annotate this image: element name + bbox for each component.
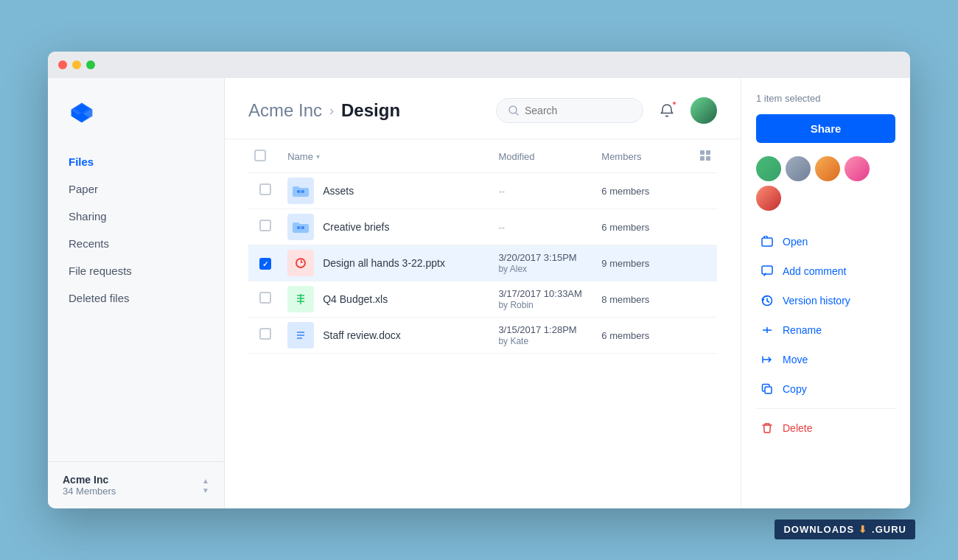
- watermark-text: DOWNLOADS: [783, 524, 854, 535]
- table-row: Design all hands 3-22.pptx 3/20/2017 3:1…: [248, 245, 717, 281]
- file-name-text: Staff review.docx: [323, 329, 401, 341]
- sidebar-footer: Acme Inc 34 Members ▲ ▼: [48, 461, 224, 508]
- svg-rect-8: [706, 156, 710, 161]
- notification-dot: [671, 100, 677, 106]
- file-name-cell: Q4 Budget.xls: [287, 286, 486, 312]
- team-name: Acme Inc: [63, 474, 116, 486]
- move-action[interactable]: Move: [756, 346, 895, 373]
- svg-point-11: [299, 190, 302, 193]
- select-all-header[interactable]: [248, 139, 282, 173]
- sort-arrow-icon: ▾: [316, 153, 320, 161]
- sidebar-navigation: Files Paper Sharing Recents File request…: [48, 149, 224, 461]
- svg-line-4: [516, 113, 518, 115]
- modified-cell: --: [492, 209, 595, 245]
- svg-rect-26: [762, 238, 772, 246]
- members-cell: 6 members: [595, 173, 679, 209]
- close-button[interactable]: [58, 60, 67, 69]
- modified-column-header: Modified: [492, 139, 595, 173]
- copy-icon: [761, 382, 774, 396]
- svg-rect-31: [765, 387, 772, 393]
- dropbox-logo-icon: [69, 99, 95, 125]
- notification-button[interactable]: [654, 97, 680, 124]
- comment-icon: [761, 265, 774, 278]
- modified-cell: 3/15/2017 1:28PM by Kate: [492, 318, 595, 354]
- sidebar-item-sharing[interactable]: Sharing: [60, 203, 212, 229]
- rename-icon: [761, 323, 774, 337]
- members-cell: 6 members: [595, 209, 679, 245]
- file-name-cell: Assets: [287, 178, 486, 204]
- breadcrumb-current: Design: [341, 100, 400, 121]
- watermark-suffix: .GURU: [872, 524, 906, 535]
- share-button[interactable]: Share: [756, 114, 895, 143]
- action-list: Open Add comment: [756, 228, 895, 441]
- version-history-action[interactable]: Version history: [756, 287, 895, 314]
- open-action[interactable]: Open: [756, 228, 895, 255]
- file-table-container: Name ▾ Modified Members: [225, 139, 741, 508]
- grid-view-icon[interactable]: [680, 139, 717, 173]
- header-right: [496, 97, 717, 124]
- avatar: [786, 156, 811, 181]
- delete-icon: [761, 421, 774, 435]
- copy-action[interactable]: Copy: [756, 376, 895, 402]
- file-name-cell: Staff review.docx: [287, 322, 486, 349]
- maximize-button[interactable]: [86, 60, 95, 69]
- chevron-updown-icon[interactable]: ▲ ▼: [202, 477, 209, 494]
- sidebar-footer-info: Acme Inc 34 Members: [63, 474, 116, 497]
- members-cell: 9 members: [595, 245, 679, 281]
- sidebar-item-file-requests[interactable]: File requests: [60, 258, 212, 284]
- xlsx-icon: [287, 286, 314, 312]
- breadcrumb: Acme Inc › Design: [248, 100, 400, 121]
- row-checkbox-staff-review[interactable]: [259, 328, 271, 340]
- name-sort-button[interactable]: Name ▾: [287, 151, 320, 162]
- row-checkbox-creative-briefs[interactable]: [259, 220, 271, 231]
- avatar: [756, 156, 781, 181]
- folder-shared-icon: [287, 178, 314, 204]
- watermark-icon: ⬇: [859, 524, 867, 535]
- file-name-text: Creative briefs: [323, 221, 389, 233]
- svg-rect-27: [762, 266, 772, 274]
- table-header-row: Name ▾ Modified Members: [248, 139, 717, 173]
- table-row: Assets -- 6 members: [248, 173, 717, 209]
- avatar: [756, 186, 781, 211]
- main-content: Acme Inc › Design: [225, 78, 741, 508]
- rename-action[interactable]: Rename: [756, 317, 895, 343]
- members-cell: 6 members: [595, 318, 679, 354]
- main-header: Acme Inc › Design: [225, 78, 741, 139]
- search-bar[interactable]: [496, 98, 643, 123]
- minimize-button[interactable]: [72, 60, 81, 69]
- add-comment-action[interactable]: Add comment: [756, 258, 895, 284]
- sidebar-logo: [48, 99, 224, 149]
- right-panel: 1 item selected Share: [741, 78, 910, 508]
- search-input[interactable]: [525, 105, 631, 116]
- svg-rect-5: [700, 150, 704, 155]
- member-avatars: [756, 156, 895, 211]
- history-icon: [761, 294, 774, 307]
- breadcrumb-separator: ›: [329, 103, 334, 119]
- file-name-text: Assets: [323, 185, 354, 197]
- sidebar-item-recents[interactable]: Recents: [60, 231, 212, 256]
- move-icon: [761, 353, 774, 366]
- table-row: Q4 Budget.xls 3/17/2017 10:33AM by Robin…: [248, 281, 717, 318]
- select-all-checkbox[interactable]: [254, 150, 266, 161]
- table-row: Staff review.docx 3/15/2017 1:28PM by Ka…: [248, 318, 717, 354]
- svg-rect-7: [700, 156, 704, 161]
- user-avatar[interactable]: [690, 97, 717, 124]
- avatar: [845, 156, 870, 181]
- svg-point-14: [299, 226, 302, 229]
- search-icon: [508, 105, 519, 116]
- row-checkbox-q4-budget[interactable]: [259, 292, 271, 304]
- breadcrumb-parent: Acme Inc: [248, 100, 322, 121]
- sidebar-item-files[interactable]: Files: [60, 149, 212, 175]
- file-name-text: Design all hands 3-22.pptx: [323, 257, 445, 269]
- row-checkbox-design-allhands[interactable]: [259, 258, 271, 270]
- table-row: Creative briefs -- 6 members: [248, 209, 717, 245]
- sidebar-item-deleted-files[interactable]: Deleted files: [60, 285, 212, 311]
- row-checkbox-assets[interactable]: [259, 183, 271, 195]
- file-name-cell: Creative briefs: [287, 214, 486, 240]
- pptx-icon: [287, 250, 314, 276]
- folder-shared-icon: [287, 214, 314, 240]
- file-table: Name ▾ Modified Members: [248, 139, 717, 354]
- docx-icon: [287, 322, 314, 349]
- delete-action[interactable]: Delete: [756, 415, 895, 441]
- sidebar-item-paper[interactable]: Paper: [60, 176, 212, 202]
